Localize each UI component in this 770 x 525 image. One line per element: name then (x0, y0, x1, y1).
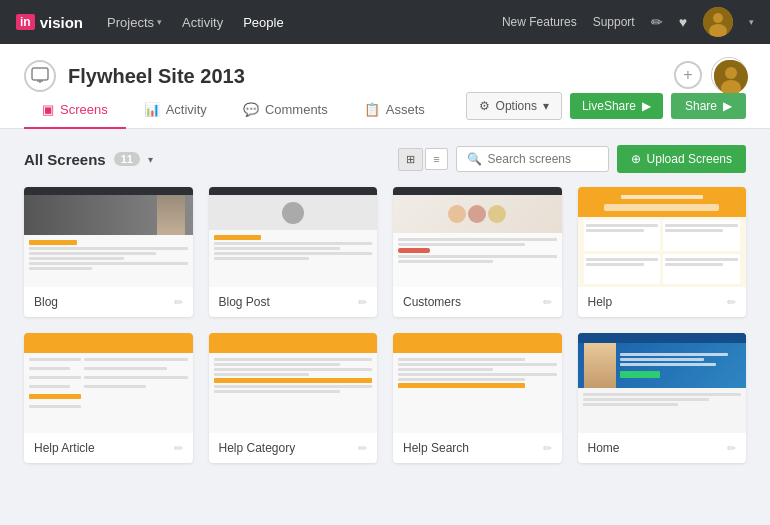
logo-vision: vision (40, 14, 83, 31)
svg-point-1 (713, 13, 723, 23)
pencil-icon[interactable]: ✏ (651, 14, 663, 30)
search-icon: 🔍 (467, 152, 482, 166)
nav-right: New Features Support ✏ ♥ ▾ (502, 7, 754, 37)
liveshare-arrow-icon: ▶ (642, 99, 651, 113)
search-input[interactable] (488, 152, 598, 166)
edit-helpcategory-icon[interactable]: ✏ (358, 442, 367, 455)
tab-comments[interactable]: 💬 Comments (225, 92, 346, 129)
nav-new-features[interactable]: New Features (502, 15, 577, 29)
nav-support[interactable]: Support (593, 15, 635, 29)
screens-bar-right: ⊞ ≡ 🔍 ⊕ Upload Screens (398, 145, 746, 173)
content-area: All Screens 11 ▾ ⊞ ≡ 🔍 ⊕ Upload Screens (0, 129, 770, 516)
list-view-button[interactable]: ≡ (425, 148, 447, 170)
view-toggle: ⊞ ≡ (398, 148, 447, 171)
screen-label-helpsearch: Help Search (403, 441, 469, 455)
options-button[interactable]: ⚙ Options ▾ (466, 92, 562, 120)
activity-icon: 📊 (144, 102, 160, 117)
screen-card-help[interactable]: Help ✏ (578, 187, 747, 317)
gear-icon: ⚙ (479, 99, 490, 113)
screen-card-helpsearch[interactable]: Help Search ✏ (393, 333, 562, 463)
logo[interactable]: in vision (16, 14, 83, 31)
screens-filter-chevron-icon[interactable]: ▾ (148, 154, 153, 165)
nav-activity[interactable]: Activity (182, 15, 223, 30)
screen-label-blog: Blog (34, 295, 58, 309)
logo-in: in (16, 14, 35, 30)
tabs-row: Flywheel Site 2013 + (24, 58, 746, 92)
project-title-area: Flywheel Site 2013 (24, 60, 245, 92)
tabs-actions: ⚙ Options ▾ LiveShare ▶ Share ▶ (466, 92, 746, 120)
edit-help-icon[interactable]: ✏ (727, 296, 736, 309)
assets-icon: 📋 (364, 102, 380, 117)
comments-icon: 💬 (243, 102, 259, 117)
screens-title: All Screens (24, 151, 106, 168)
screen-card-helpcategory[interactable]: Help Category ✏ (209, 333, 378, 463)
screen-label-blogpost: Blog Post (219, 295, 270, 309)
share-button[interactable]: Share ▶ (671, 93, 746, 119)
screen-label-home: Home (588, 441, 620, 455)
edit-blogpost-icon[interactable]: ✏ (358, 296, 367, 309)
screen-label-help: Help (588, 295, 613, 309)
edit-blog-icon[interactable]: ✏ (174, 296, 183, 309)
project-header: Flywheel Site 2013 + ▣ Screens 📊 Activit… (0, 44, 770, 129)
screen-card-blog[interactable]: Blog ✏ (24, 187, 193, 317)
screen-label-helparticle: Help Article (34, 441, 95, 455)
svg-rect-3 (32, 68, 48, 80)
edit-customers-icon[interactable]: ✏ (543, 296, 552, 309)
project-title: Flywheel Site 2013 (68, 65, 245, 88)
nav-people[interactable]: People (243, 15, 283, 30)
svg-point-7 (725, 67, 737, 79)
user-chevron-icon[interactable]: ▾ (749, 17, 754, 27)
heart-icon[interactable]: ♥ (679, 14, 687, 30)
share-arrow-icon: ▶ (723, 99, 732, 113)
nav-projects[interactable]: Projects ▾ (107, 15, 162, 30)
add-member-button[interactable]: + (674, 61, 702, 89)
tab-screens[interactable]: ▣ Screens (24, 92, 126, 129)
screen-card-blogpost[interactable]: Blog Post ✏ (209, 187, 378, 317)
upload-screens-button[interactable]: ⊕ Upload Screens (617, 145, 746, 173)
screen-card-home[interactable]: Home ✏ (578, 333, 747, 463)
edit-home-icon[interactable]: ✏ (727, 442, 736, 455)
liveshare-button[interactable]: LiveShare ▶ (570, 93, 663, 119)
screen-card-helparticle[interactable]: Help Article ✏ (24, 333, 193, 463)
navbar: in vision Projects ▾ Activity People New… (0, 0, 770, 44)
tab-bar: ▣ Screens 📊 Activity 💬 Comments 📋 Assets (24, 92, 443, 128)
screen-card-customers[interactable]: Customers ✏ (393, 187, 562, 317)
search-box: 🔍 (456, 146, 609, 172)
project-icon (24, 60, 56, 92)
tab-activity[interactable]: 📊 Activity (126, 92, 225, 129)
user-avatar[interactable] (703, 7, 733, 37)
project-member-avatar[interactable] (712, 58, 746, 92)
screens-bar: All Screens 11 ▾ ⊞ ≡ 🔍 ⊕ Upload Screens (24, 145, 746, 173)
nav-links: Projects ▾ Activity People (107, 15, 478, 30)
options-chevron-icon: ▾ (543, 99, 549, 113)
tab-assets[interactable]: 📋 Assets (346, 92, 443, 129)
edit-helpsearch-icon[interactable]: ✏ (543, 442, 552, 455)
grid-view-button[interactable]: ⊞ (398, 148, 423, 171)
edit-helparticle-icon[interactable]: ✏ (174, 442, 183, 455)
project-actions: + (674, 58, 746, 92)
projects-chevron-icon: ▾ (157, 17, 162, 27)
screens-grid: Blog ✏ (24, 187, 746, 463)
screens-bar-left: All Screens 11 ▾ (24, 151, 153, 168)
screen-label-customers: Customers (403, 295, 461, 309)
screens-count-badge: 11 (114, 152, 140, 166)
screens-icon: ▣ (42, 102, 54, 117)
screen-label-helpcategory: Help Category (219, 441, 296, 455)
upload-icon: ⊕ (631, 152, 641, 166)
